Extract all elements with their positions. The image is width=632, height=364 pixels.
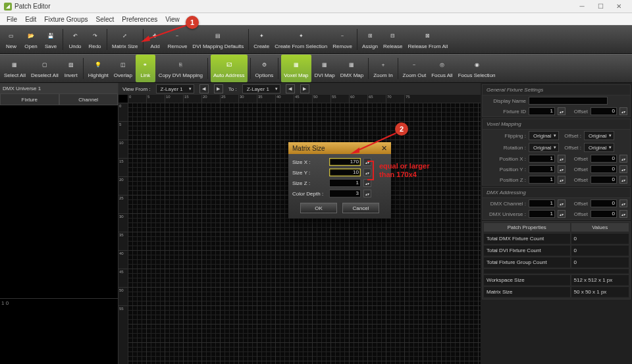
canvas[interactable]: 051015202530354045505560657075 051015202… xyxy=(118,95,481,364)
fixture-list[interactable] xyxy=(0,105,118,298)
dvi-map-button[interactable]: ▦DVI Map xyxy=(312,55,338,82)
copy-dvi-button[interactable]: ⎘Copy DVI Mapping xyxy=(156,55,205,82)
prop-value: 0 xyxy=(571,246,629,256)
spin-icon[interactable]: ▴▾ xyxy=(558,199,566,207)
select-all-button[interactable]: ▦Select All xyxy=(1,55,28,82)
rotation-combo[interactable]: Original xyxy=(529,143,559,152)
focus-sel-button[interactable]: ◉Focus Selection xyxy=(456,55,498,82)
highlight-button[interactable]: 💡Highlight xyxy=(86,55,111,82)
zoom-out-button[interactable]: －Zoom Out xyxy=(400,55,429,82)
tab-channel[interactable]: Channel xyxy=(59,93,118,105)
posx-input[interactable]: 1 xyxy=(529,155,555,163)
spin-icon[interactable]: ▴▾ xyxy=(619,199,627,207)
spin-icon[interactable]: ▴▾ xyxy=(558,107,566,115)
options-button[interactable]: ⚙Options xyxy=(253,55,276,82)
menu-file[interactable]: File xyxy=(3,14,21,24)
titlebar: ◢ Patch Editor ─ ☐ ✕ xyxy=(0,0,632,13)
spin-icon[interactable]: ▴▾ xyxy=(619,107,627,115)
release-button[interactable]: ⊟Release xyxy=(381,26,405,53)
fixture-offset-input[interactable]: 0 xyxy=(591,107,617,115)
universe-header[interactable]: DMX Universe 1 xyxy=(0,83,118,93)
display-name-input[interactable] xyxy=(529,97,608,105)
spin-icon[interactable]: ▴▾ xyxy=(558,155,566,163)
invert-button[interactable]: ▨Invert xyxy=(61,55,81,82)
create-button[interactable]: ✦Create xyxy=(251,26,272,53)
prop-value: 512 x 512 x 1 px xyxy=(571,275,629,286)
menu-select[interactable]: Select xyxy=(92,14,118,24)
svg-marker-3 xyxy=(350,147,359,154)
redo-button[interactable]: ↷Redo xyxy=(85,26,105,53)
flipping-offset-combo[interactable]: Original xyxy=(584,131,614,140)
open-button[interactable]: 📂Open xyxy=(21,26,41,53)
color-depth-input[interactable]: 3 xyxy=(329,190,361,197)
open-icon: 📂 xyxy=(25,30,37,42)
toolbar-label: Auto Address xyxy=(213,72,245,78)
size-x-input[interactable]: 170 xyxy=(329,158,361,166)
dmx-map-button[interactable]: ▦DMX Map xyxy=(338,55,367,82)
ruler-left: 0510152025303540455055 xyxy=(118,103,128,364)
zoom-in-icon: ＋ xyxy=(377,59,389,71)
layer-to-next-icon[interactable]: ▶ xyxy=(300,84,309,93)
deselect-all-button[interactable]: ▢Deselect All xyxy=(28,55,61,82)
toolbar-label: Overlap xyxy=(114,72,132,78)
layer-from-next-icon[interactable]: ▶ xyxy=(214,84,223,93)
menu-fixture-groups[interactable]: Fixture Groups xyxy=(40,14,92,24)
flipping-combo[interactable]: Original xyxy=(529,131,559,140)
layer-from-prev-icon[interactable]: ◀ xyxy=(199,84,209,93)
dialog-cancel-button[interactable]: Cancel xyxy=(342,203,379,213)
save-button[interactable]: 💾Save xyxy=(41,26,61,53)
remove2-button[interactable]: －Remove xyxy=(330,26,355,53)
create-from-sel-button[interactable]: ✦Create From Selection xyxy=(272,26,330,53)
toolbar-label: Deselect All xyxy=(31,72,59,78)
prop-key: Workspace Size xyxy=(484,275,570,286)
spin-icon[interactable]: ▴▾ xyxy=(619,176,627,184)
spin-icon[interactable]: ▴▾ xyxy=(619,165,627,173)
rotation-offset-combo[interactable]: Original xyxy=(584,143,614,152)
link-button[interactable]: ⚭Link xyxy=(136,55,155,82)
tab-fixture[interactable]: Fixture xyxy=(0,93,59,105)
close-button[interactable]: ✕ xyxy=(610,1,628,13)
redo-icon: ↷ xyxy=(89,30,101,42)
toolbar-label: Invert xyxy=(65,72,78,78)
toolbar-label: Focus Selection xyxy=(458,72,496,78)
layer-from-combo[interactable]: Z-Layer 1 xyxy=(156,84,194,93)
menu-view[interactable]: View xyxy=(161,14,184,24)
posz-offset-input[interactable]: 0 xyxy=(591,176,617,184)
dialog-ok-button[interactable]: OK xyxy=(300,203,337,213)
menu-preferences[interactable]: Preferences xyxy=(118,14,161,24)
dmx-universe-offset-input[interactable]: 0 xyxy=(591,210,617,218)
layer-to-prev-icon[interactable]: ◀ xyxy=(286,84,295,93)
max-button[interactable]: ☐ xyxy=(591,1,610,13)
matrix-size-button[interactable]: ⤢Matrix Size xyxy=(109,26,141,53)
focus-all-button[interactable]: ◎Focus All xyxy=(429,55,455,82)
min-button[interactable]: ─ xyxy=(573,1,591,13)
spin-icon[interactable]: ▴▾ xyxy=(558,210,566,218)
spin-icon[interactable]: ▴▾ xyxy=(363,190,371,197)
release-all-button[interactable]: ⊠Release From All xyxy=(405,26,450,53)
dvi-map-def-button[interactable]: ▤DVI Mapping Defaults xyxy=(190,26,246,53)
spin-icon[interactable]: ▴▾ xyxy=(558,176,566,184)
voxel-map-button[interactable]: ▦Voxel Map xyxy=(281,55,311,82)
overlap-button[interactable]: ◫Overlap xyxy=(111,55,135,82)
menu-edit[interactable]: Edit xyxy=(21,14,40,24)
auto-addr-button[interactable]: 🗠Auto Address xyxy=(211,55,248,82)
new-button[interactable]: ▭New xyxy=(1,26,21,53)
create-from-sel-icon: ✦ xyxy=(295,30,307,42)
dmx-channel-input[interactable]: 1 xyxy=(529,199,555,207)
spin-icon[interactable]: ▴▾ xyxy=(558,165,566,173)
dmx-universe-input[interactable]: 1 xyxy=(529,210,555,218)
undo-button[interactable]: ↶Undo xyxy=(65,26,85,53)
spin-icon[interactable]: ▴▾ xyxy=(619,155,627,163)
dmx-channel-offset-input[interactable]: 0 xyxy=(591,199,617,207)
assign-button[interactable]: ⊞Assign xyxy=(359,26,381,53)
posx-offset-input[interactable]: 0 xyxy=(591,155,617,163)
posy-offset-input[interactable]: 0 xyxy=(591,165,617,173)
spin-icon[interactable]: ▴▾ xyxy=(619,210,627,218)
zoom-in-button[interactable]: ＋Zoom In xyxy=(371,55,395,82)
posz-input[interactable]: 1 xyxy=(529,176,555,184)
posy-input[interactable]: 1 xyxy=(529,165,555,173)
size-y-input[interactable]: 10 xyxy=(329,169,361,176)
fixture-id-input[interactable]: 1 xyxy=(529,107,555,115)
size-z-input[interactable]: 1 xyxy=(329,179,361,187)
layer-to-combo[interactable]: Z-Layer 1 xyxy=(242,84,280,93)
